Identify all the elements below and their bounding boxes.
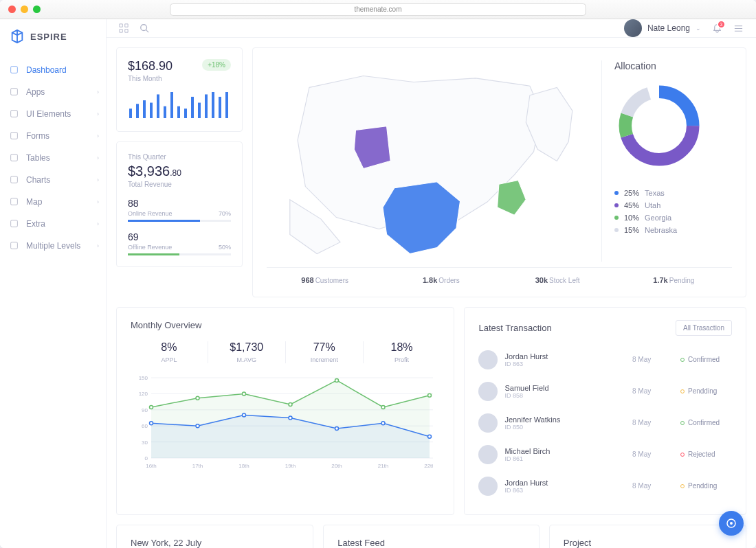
- traffic-light-max[interactable]: [33, 5, 41, 13]
- online-num: 88: [128, 198, 231, 209]
- overview-title: Monthly Overview: [131, 320, 440, 330]
- logo-icon: [10, 29, 25, 44]
- tx-status: Rejected: [680, 450, 732, 458]
- tx-avatar: [478, 382, 498, 401]
- search-icon[interactable]: [140, 23, 149, 33]
- charts-icon: [10, 175, 19, 185]
- svg-point-63: [730, 522, 733, 525]
- project-title: Project: [564, 538, 732, 548]
- chevron-right-icon: ›: [97, 111, 99, 117]
- sidebar-item-tables[interactable]: Tables›: [0, 147, 106, 169]
- svg-rect-3: [11, 133, 18, 139]
- sidebar-item-map[interactable]: Map›: [0, 191, 106, 213]
- sidebar-item-forms[interactable]: Forms›: [0, 125, 106, 147]
- forms-icon: [10, 131, 19, 141]
- svg-rect-16: [170, 92, 173, 118]
- svg-rect-17: [177, 106, 180, 118]
- svg-rect-6: [11, 198, 18, 205]
- svg-point-61: [428, 435, 432, 438]
- home-icon: [10, 65, 19, 75]
- us-map[interactable]: [267, 60, 592, 262]
- tx-date: 8 May: [632, 356, 674, 363]
- tx-name: Michael Birch: [504, 447, 625, 455]
- tables-icon: [10, 153, 19, 163]
- sidebar-item-ui-elements[interactable]: UI Elements›: [0, 103, 106, 125]
- sidebar-item-extra[interactable]: Extra›: [0, 213, 106, 235]
- traffic-light-min[interactable]: [21, 5, 28, 13]
- traffic-light-close[interactable]: [8, 5, 16, 13]
- svg-point-48: [150, 405, 153, 409]
- menu-icon[interactable]: [733, 23, 744, 34]
- tx-date: 8 May: [632, 419, 674, 426]
- svg-rect-2: [11, 111, 18, 117]
- svg-text:18th: 18th: [238, 463, 249, 469]
- svg-point-52: [335, 378, 339, 382]
- all-transactions-button[interactable]: All Trasaction: [676, 320, 732, 336]
- svg-text:90: 90: [142, 407, 148, 413]
- tx-status: Pendding: [680, 482, 732, 490]
- state-texas[interactable]: [383, 182, 460, 254]
- sidebar-item-apps[interactable]: Apps›: [0, 81, 106, 103]
- month-card: $168.90 This Month +18%: [116, 47, 243, 132]
- state-georgia[interactable]: [498, 181, 526, 216]
- map-icon: [10, 197, 19, 207]
- chevron-down-icon: ⌄: [696, 25, 701, 32]
- url-bar[interactable]: themenate.com: [170, 3, 586, 16]
- sidebar-label: Forms: [26, 131, 49, 141]
- grid-icon[interactable]: [119, 23, 129, 33]
- transaction-row[interactable]: Samuel FieldID 8588 MayPendding: [478, 376, 732, 407]
- user-menu[interactable]: Nate Leong ⌄: [624, 19, 701, 37]
- ui-icon: [10, 109, 19, 119]
- svg-text:17th: 17th: [192, 463, 203, 469]
- map-stat: 1.7kPending: [616, 276, 732, 284]
- svg-rect-10: [129, 109, 132, 118]
- svg-rect-19: [191, 97, 194, 118]
- overview-stat: 8%APPL: [131, 341, 208, 363]
- svg-rect-5: [11, 176, 18, 183]
- offline-label: Offline Revenue: [128, 244, 172, 251]
- extra-icon: [10, 219, 19, 229]
- transaction-row[interactable]: Jennifer WatkinsID 8508 MayConfirmed: [478, 407, 732, 439]
- transaction-row[interactable]: Michael BirchID 8618 MayRejected: [478, 439, 732, 470]
- svg-text:20th: 20th: [331, 463, 342, 469]
- legend-item: 45% Utah: [614, 201, 732, 209]
- quarter-card: This Quarter $3,936.80 Total Revenue 88 …: [116, 141, 243, 267]
- bell-icon[interactable]: 3: [712, 23, 722, 34]
- map-stat: 968Customers: [267, 276, 383, 284]
- chevron-right-icon: ›: [97, 220, 99, 227]
- brand[interactable]: ESPIRE: [0, 19, 106, 54]
- month-label: This Month: [128, 75, 173, 82]
- sidebar-item-dashboard[interactable]: Dashboard: [0, 59, 106, 81]
- fab-button[interactable]: [719, 511, 744, 536]
- svg-rect-21: [205, 94, 208, 118]
- svg-rect-14: [157, 94, 159, 118]
- svg-point-60: [381, 422, 385, 425]
- sidebar-label: Apps: [26, 87, 45, 97]
- quarter-sub: Total Revenue: [128, 181, 231, 188]
- svg-text:30: 30: [142, 439, 148, 445]
- online-label: Online Revenue: [128, 210, 173, 217]
- svg-text:16th: 16th: [146, 463, 157, 469]
- transaction-row[interactable]: Jordan HurstID 8638 MayConfirmed: [478, 344, 732, 376]
- tx-date: 8 May: [632, 450, 674, 458]
- overview-stat: 77%Increment: [286, 341, 364, 363]
- tx-avatar: [478, 350, 498, 369]
- browser-chrome: themenate.com: [0, 0, 756, 19]
- sidebar-item-charts[interactable]: Charts›: [0, 169, 106, 191]
- legend-item: 15% Nebraska: [614, 226, 732, 234]
- transaction-row[interactable]: Jordan HurstID 8638 MayPendding: [478, 470, 732, 502]
- svg-rect-13: [150, 103, 153, 118]
- svg-text:22th: 22th: [424, 463, 433, 469]
- legend-item: 10% Georgia: [614, 214, 732, 222]
- allocation-title: Allocation: [614, 60, 732, 71]
- sidebar-label: Tables: [26, 153, 50, 163]
- tx-avatar: [478, 413, 498, 433]
- sidebar-item-multiple-levels[interactable]: Multiple Levels›: [0, 235, 106, 257]
- tx-name: Jordan Hurst: [504, 352, 625, 361]
- svg-rect-8: [11, 242, 18, 249]
- overview-card: Monthly Overview 8%APPL$1,730M.AVG77%Inc…: [116, 307, 454, 515]
- user-name: Nate Leong: [647, 23, 690, 33]
- map-stat: 1.8kOrders: [383, 276, 499, 284]
- svg-rect-0: [11, 67, 18, 73]
- month-sparkline: [128, 89, 231, 118]
